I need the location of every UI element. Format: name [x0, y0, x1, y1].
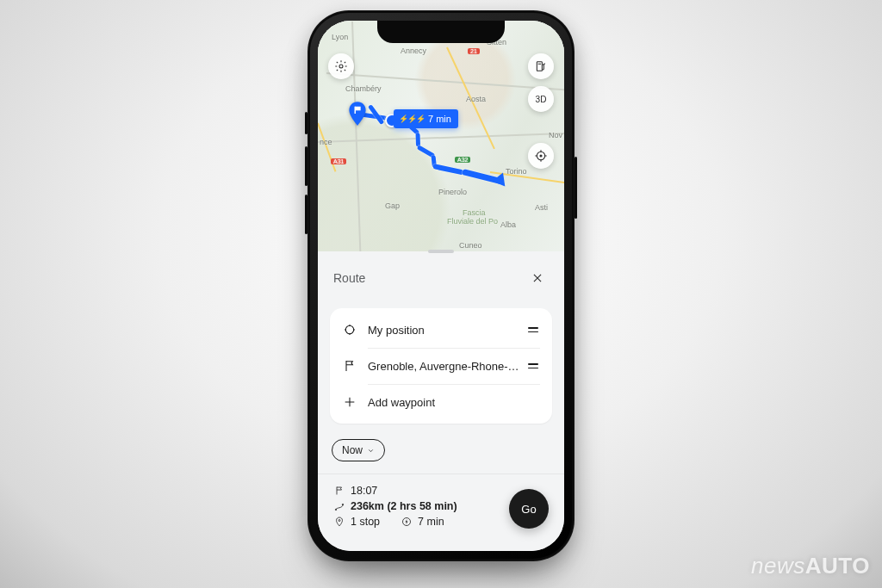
city-cuneo: Cuneo	[459, 241, 482, 250]
route-icon	[333, 501, 345, 512]
map-view[interactable]: Lyon Annecy Sitten Chambéry Aosta Nov To…	[318, 21, 564, 257]
drag-handle-icon[interactable]	[526, 327, 540, 332]
settings-button[interactable]	[328, 53, 354, 79]
watermark: newsAUTO	[751, 553, 870, 579]
city-aosta: Aosta	[466, 95, 486, 103]
park-fascia: Fascia	[463, 208, 486, 217]
city-pinerolo: Pinerolo	[438, 188, 467, 196]
shield-a31: A31	[331, 158, 346, 164]
flag-icon	[342, 358, 357, 374]
arrival-time: 18:07	[351, 485, 377, 497]
shield-e21: 21	[468, 48, 480, 54]
bolt-icon	[401, 517, 412, 528]
bolt-icon: ⚡⚡⚡	[399, 115, 425, 123]
route-sheet: Route My position Grenoble, Auvergne-Rho…	[318, 251, 564, 551]
svg-rect-0	[355, 107, 360, 111]
flag-icon	[333, 486, 345, 497]
city-torino: Torino	[506, 167, 527, 176]
add-waypoint-label: Add waypoint	[368, 396, 540, 409]
city-nov: Nov	[549, 131, 562, 139]
fuel-pump-icon	[534, 59, 548, 73]
svg-point-5	[540, 155, 542, 157]
add-waypoint-row[interactable]: Add waypoint	[330, 384, 552, 420]
chevron-down-icon	[367, 447, 375, 455]
waypoints-card: My position Grenoble, Auvergne-Rhone-Alp…	[330, 308, 552, 424]
plus-icon	[342, 394, 357, 410]
city-gap: Gap	[385, 201, 400, 210]
gear-icon	[334, 59, 348, 73]
city-lyon: Lyon	[332, 33, 348, 41]
destination-pin[interactable]	[348, 102, 367, 121]
city-chambery: Chambéry	[345, 84, 382, 93]
pin-icon	[333, 517, 345, 528]
go-button[interactable]: Go	[509, 489, 549, 529]
drag-handle-icon[interactable]	[526, 363, 540, 368]
city-nce: nce	[320, 138, 332, 146]
destination-label: Grenoble, Auvergne-Rhone-Alpe...	[368, 360, 526, 373]
city-annecy: Annecy	[401, 46, 426, 55]
svg-rect-3	[537, 62, 542, 71]
svg-point-6	[345, 325, 353, 333]
sheet-title: Route	[333, 271, 365, 285]
view-3d-button[interactable]: 3D	[528, 86, 554, 112]
charge-time: 7 min	[418, 516, 444, 528]
city-asti: Asti	[535, 203, 548, 212]
phone-frame: Lyon Annecy Sitten Chambéry Aosta Nov To…	[307, 10, 575, 561]
stops-count: 1 stop	[351, 516, 380, 528]
charge-time-badge[interactable]: ⚡⚡⚡ 7 min	[394, 109, 458, 128]
shield-a32: A32	[455, 157, 470, 163]
svg-point-2	[339, 65, 343, 68]
city-alba: Alba	[500, 220, 516, 229]
close-button[interactable]	[526, 267, 549, 289]
sheet-handle[interactable]	[428, 250, 454, 253]
origin-row[interactable]: My position	[330, 312, 552, 348]
park-fluviale: Fluviale del Po	[447, 217, 498, 226]
fuel-button[interactable]	[528, 53, 554, 79]
destination-row[interactable]: Grenoble, Auvergne-Rhone-Alpe...	[330, 348, 552, 384]
departure-time-button[interactable]: Now	[332, 439, 385, 461]
crosshair-icon	[342, 322, 357, 337]
svg-point-9	[339, 520, 340, 522]
distance-duration: 236km (2 hrs 58 min)	[351, 500, 457, 512]
origin-label: My position	[368, 324, 526, 337]
crosshair-icon	[534, 149, 548, 163]
close-icon	[531, 272, 543, 284]
recenter-button[interactable]	[528, 143, 554, 169]
phone-notch	[377, 21, 505, 43]
